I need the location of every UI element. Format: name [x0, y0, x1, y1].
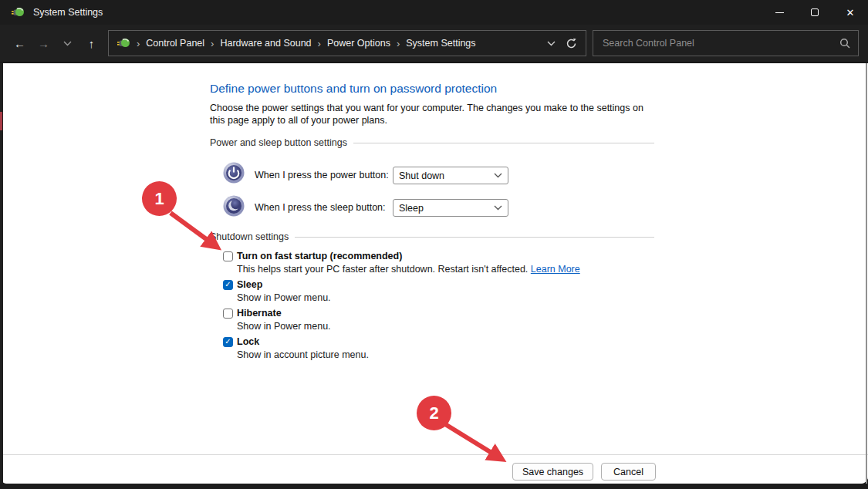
close-button[interactable]: ✕: [833, 0, 868, 25]
address-bar[interactable]: › Control Panel › Hardware and Sound › P…: [108, 30, 586, 56]
minimize-button[interactable]: [762, 0, 797, 25]
page-title: Define power buttons and turn on passwor…: [210, 82, 497, 96]
chevron-down-icon: [494, 173, 502, 178]
search-input[interactable]: [603, 38, 839, 49]
up-button[interactable]: ↑: [79, 32, 103, 55]
title-bar: System Settings ✕: [0, 0, 868, 25]
background-window-red-sliver: [0, 112, 2, 130]
window-title: System Settings: [33, 7, 103, 18]
page-intro-text: Choose the power settings that you want …: [210, 103, 647, 126]
cancel-button[interactable]: Cancel: [601, 463, 656, 481]
annotation-step-1: 1: [142, 181, 177, 216]
save-changes-button[interactable]: Save changes: [512, 463, 593, 481]
sleep-label: Sleep: [237, 279, 262, 290]
navigation-toolbar: ← → ↑ › Control Panel › Hardware and Sou…: [0, 25, 868, 62]
back-button[interactable]: ←: [8, 32, 32, 55]
maximize-icon: [811, 8, 819, 16]
fast-startup-checkbox[interactable]: ✓: [223, 251, 233, 261]
option-row-fast-startup: ✓ Turn on fast startup (recommended): [223, 251, 402, 261]
breadcrumb-separator-icon: ›: [137, 38, 140, 49]
breadcrumb-power-options[interactable]: Power Options: [327, 38, 390, 49]
power-button-icon: [223, 162, 245, 184]
sleep-description: Show in Power menu.: [237, 292, 331, 303]
selected-value: Sleep: [399, 203, 424, 214]
sleep-button-label: When I press the sleep button:: [255, 199, 386, 217]
fast-startup-label: Turn on fast startup (recommended): [237, 251, 402, 261]
check-icon: ✓: [225, 281, 231, 288]
sleep-button-action-select[interactable]: Sleep: [393, 199, 508, 217]
section-title: Shutdown settings: [210, 231, 289, 242]
close-icon: ✕: [846, 8, 855, 18]
breadcrumb-hardware-and-sound[interactable]: Hardware and Sound: [220, 38, 311, 49]
section-title: Power and sleep button settings: [210, 137, 347, 148]
maximize-button[interactable]: [797, 0, 833, 25]
breadcrumb-control-panel[interactable]: Control Panel: [146, 38, 204, 49]
breadcrumb-separator-icon: ›: [318, 38, 321, 49]
search-container: [593, 30, 859, 56]
lock-description: Show in account picture menu.: [237, 349, 369, 360]
description-text: This helps start your PC faster after sh…: [237, 264, 528, 275]
lock-label: Lock: [237, 336, 259, 347]
forward-button[interactable]: →: [32, 32, 56, 55]
fast-startup-description: This helps start your PC faster after sh…: [237, 264, 580, 275]
hibernate-label: Hibernate: [237, 308, 282, 319]
minimize-icon: [775, 12, 784, 13]
option-row-hibernate: ✓ Hibernate: [223, 308, 282, 319]
option-row-sleep: ✓ Sleep: [223, 279, 262, 290]
breadcrumb-separator-icon: ›: [211, 38, 214, 49]
sleep-button-icon: [223, 195, 245, 217]
refresh-icon[interactable]: [561, 32, 581, 55]
window-controls: ✕: [762, 0, 868, 25]
recent-pages-chevron-icon[interactable]: [56, 32, 79, 55]
sleep-checkbox[interactable]: ✓: [223, 280, 233, 290]
breadcrumb-separator-icon: ›: [397, 38, 400, 49]
power-options-breadcrumb-icon: [117, 36, 130, 50]
window-right-edge: [866, 63, 867, 484]
power-options-app-icon: [11, 5, 25, 19]
breadcrumb-system-settings[interactable]: System Settings: [406, 38, 475, 49]
nav-buttons: ← → ↑: [0, 32, 108, 55]
section-power-sleep-buttons: Power and sleep button settings: [210, 137, 654, 148]
check-icon: ✓: [225, 338, 231, 346]
search-icon[interactable]: [839, 38, 850, 49]
option-row-lock: ✓ Lock: [223, 336, 259, 347]
hibernate-description: Show in Power menu.: [237, 321, 331, 332]
section-shutdown-settings: Shutdown settings: [210, 231, 654, 242]
annotation-step-2: 2: [417, 396, 451, 430]
section-divider: [353, 143, 654, 143]
section-divider: [295, 237, 654, 238]
footer-bar: Save changes Cancel: [0, 454, 868, 484]
address-dropdown-chevron-icon[interactable]: [541, 32, 561, 55]
power-button-action-select[interactable]: Shut down: [393, 167, 508, 184]
selected-value: Shut down: [399, 170, 444, 181]
chevron-down-icon: [494, 205, 502, 211]
power-button-label: When I press the power button:: [255, 167, 389, 184]
learn-more-link[interactable]: Learn More: [531, 264, 580, 275]
hibernate-checkbox[interactable]: ✓: [223, 309, 233, 319]
lock-checkbox[interactable]: ✓: [223, 337, 233, 347]
